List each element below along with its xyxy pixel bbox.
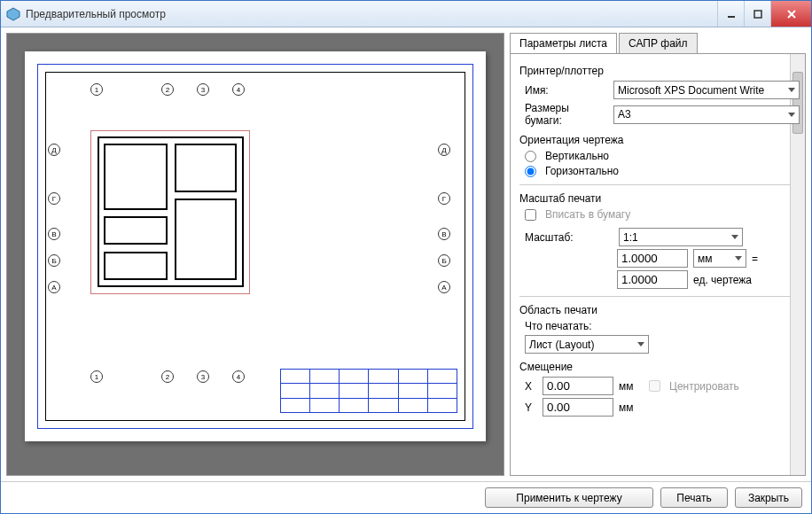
printer-name-combo[interactable]: Microsoft XPS Document Write bbox=[613, 81, 800, 99]
orientation-vertical-label: Вертикально bbox=[545, 150, 609, 162]
titlebar[interactable]: Предварительный просмотр bbox=[1, 1, 811, 27]
content-area: 1 2 3 4 1 2 3 4 Д Г В bbox=[1, 27, 811, 481]
panel-body: Принтер/плоттер Имя: Microsoft XPS Docum… bbox=[510, 54, 806, 476]
fit-to-paper-checkbox[interactable] bbox=[525, 209, 536, 221]
scale-label: Масштаб: bbox=[525, 231, 613, 244]
grid-marker: 4 bbox=[232, 83, 245, 96]
close-button[interactable] bbox=[770, 1, 811, 27]
separator bbox=[519, 184, 800, 185]
svg-marker-0 bbox=[7, 8, 20, 20]
center-label: Центрировать bbox=[669, 380, 739, 393]
orientation-section-label: Ориентация чертежа bbox=[519, 134, 800, 146]
offset-x-unit: мм bbox=[619, 380, 644, 393]
print-preview-window: Предварительный просмотр 1 2 3 4 bbox=[0, 0, 812, 514]
offset-y-unit: мм bbox=[619, 401, 644, 414]
paper-preview: 1 2 3 4 1 2 3 4 Д Г В bbox=[25, 51, 486, 441]
printer-section-label: Принтер/плоттер bbox=[519, 65, 800, 77]
tabs: Параметры листа САПР файл bbox=[510, 33, 806, 54]
offset-section-label: Смещение bbox=[519, 361, 800, 373]
minimize-button[interactable] bbox=[717, 1, 744, 27]
grid-marker: Г bbox=[48, 192, 60, 205]
print-button[interactable]: Печать bbox=[660, 487, 728, 508]
grid-marker: 1 bbox=[90, 370, 103, 383]
tab-sheet-params[interactable]: Параметры листа bbox=[510, 33, 617, 53]
title-block bbox=[280, 369, 457, 413]
what-to-plot-label: Что печатать: bbox=[525, 320, 800, 332]
grid-marker: Г bbox=[438, 192, 450, 205]
scale-section-label: Масштаб печати bbox=[519, 192, 800, 205]
scale-combo[interactable]: 1:1 bbox=[619, 228, 743, 246]
grid-marker: 2 bbox=[161, 370, 174, 383]
orientation-horizontal-radio[interactable] bbox=[525, 166, 536, 177]
what-to-plot-combo[interactable]: Лист (Layout) bbox=[525, 335, 649, 354]
side-panel: Параметры листа САПР файл Принтер/плотте… bbox=[510, 33, 806, 476]
center-checkbox bbox=[649, 380, 660, 392]
grid-marker: 1 bbox=[90, 83, 103, 96]
drawing: 1 2 3 4 1 2 3 4 Д Г В bbox=[64, 90, 447, 367]
grid-marker: Д bbox=[48, 144, 60, 156]
window-controls bbox=[717, 1, 811, 27]
tab-capr-file[interactable]: САПР файл bbox=[619, 33, 698, 53]
close-dialog-button[interactable]: Закрыть bbox=[735, 487, 802, 508]
svg-rect-2 bbox=[754, 11, 761, 18]
offset-y-input[interactable] bbox=[543, 398, 613, 417]
grid-marker: 3 bbox=[197, 83, 209, 96]
window-title: Предварительный просмотр bbox=[26, 8, 717, 20]
grid-marker: 3 bbox=[197, 370, 209, 383]
equals-label: = bbox=[752, 253, 758, 265]
scale-unit-combo[interactable]: мм bbox=[693, 249, 746, 268]
separator bbox=[519, 296, 800, 297]
orientation-horizontal-label: Горизонтально bbox=[545, 165, 619, 177]
printer-name-label: Имя: bbox=[525, 84, 608, 97]
orientation-vertical-radio[interactable] bbox=[525, 151, 536, 162]
grid-marker: Б bbox=[438, 254, 450, 267]
grid-marker: А bbox=[48, 281, 60, 293]
fit-to-paper-label: Вписать в бумагу bbox=[545, 208, 630, 221]
maximize-button[interactable] bbox=[744, 1, 770, 27]
scale-numerator-input[interactable] bbox=[617, 249, 688, 268]
bottom-bar: Применить к чертежу Печать Закрыть bbox=[1, 481, 811, 513]
scale-denominator-input[interactable] bbox=[617, 270, 688, 289]
plot-area-section-label: Область печати bbox=[519, 304, 800, 316]
grid-marker: Б bbox=[48, 254, 60, 267]
app-icon bbox=[6, 7, 20, 21]
offset-y-label: Y bbox=[525, 401, 537, 414]
offset-x-label: X bbox=[525, 380, 537, 393]
grid-marker: 2 bbox=[161, 83, 174, 96]
grid-marker: В bbox=[438, 228, 450, 240]
offset-x-input[interactable] bbox=[543, 377, 613, 395]
apply-button[interactable]: Применить к чертежу bbox=[485, 487, 653, 508]
grid-marker: 4 bbox=[232, 370, 245, 383]
grid-marker: Д bbox=[438, 144, 450, 156]
grid-marker: А bbox=[438, 281, 450, 293]
paper-size-combo[interactable]: A3 bbox=[613, 105, 800, 124]
grid-marker: В bbox=[48, 228, 60, 240]
drawing-units-label: ед. чертежа bbox=[693, 274, 755, 286]
preview-pane[interactable]: 1 2 3 4 1 2 3 4 Д Г В bbox=[6, 33, 504, 476]
paper-size-label: Размеры бумаги: bbox=[525, 102, 608, 127]
